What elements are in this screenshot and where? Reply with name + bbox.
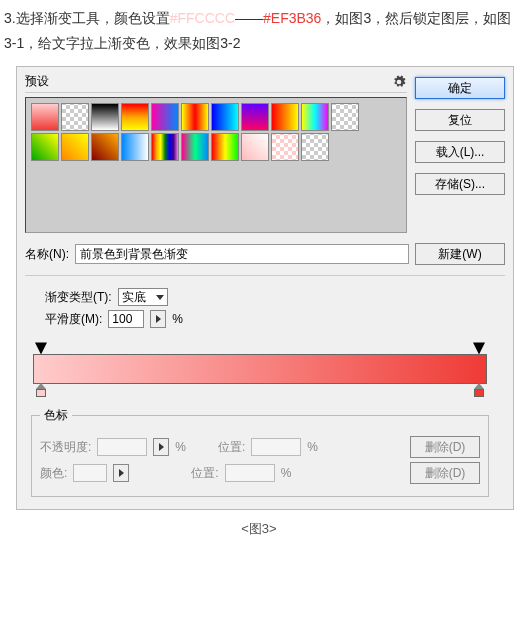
gradient-bar[interactable] xyxy=(33,354,487,384)
color-position-input xyxy=(225,464,275,482)
preset-swatch[interactable] xyxy=(31,103,59,131)
preset-swatch[interactable] xyxy=(301,133,329,161)
tutorial-instructions: 3.选择渐变工具，颜色设置#FFCCCC——#EF3B36，如图3，然后锁定图层… xyxy=(0,0,518,66)
gradient-type-label: 渐变类型(T): xyxy=(45,289,112,306)
reset-button[interactable]: 复位 xyxy=(415,109,505,131)
chevron-down-icon xyxy=(156,295,164,300)
position-label: 位置: xyxy=(218,439,245,456)
color-stop-left[interactable] xyxy=(35,383,47,397)
dialog-buttons: 确定 复位 载入(L)... 存储(S)... xyxy=(415,77,505,195)
preset-swatch[interactable] xyxy=(271,133,299,161)
opacity-label: 不透明度: xyxy=(40,439,91,456)
preset-swatch[interactable] xyxy=(181,133,209,161)
stops-legend: 色标 xyxy=(40,407,72,424)
step-number: 3. xyxy=(4,10,16,26)
opacity-position-input xyxy=(251,438,301,456)
hex-color-1: #FFCCCC xyxy=(170,10,235,26)
preset-swatch[interactable] xyxy=(151,103,179,131)
color-label: 颜色: xyxy=(40,465,67,482)
preset-swatch[interactable] xyxy=(241,133,269,161)
save-button[interactable]: 存储(S)... xyxy=(415,173,505,195)
name-label: 名称(N): xyxy=(25,246,69,263)
name-input[interactable] xyxy=(75,244,409,264)
preset-swatch[interactable] xyxy=(91,133,119,161)
presets-section: 预设 xyxy=(25,73,407,233)
color-swatch-input xyxy=(73,464,107,482)
smoothness-label: 平滑度(M): xyxy=(45,311,102,328)
preset-swatch[interactable] xyxy=(181,103,209,131)
opacity-input xyxy=(97,438,147,456)
preset-swatch[interactable] xyxy=(211,103,239,131)
figure-caption: <图3> xyxy=(0,520,518,538)
opacity-stepper xyxy=(153,438,169,456)
opacity-stop-left[interactable] xyxy=(35,342,47,354)
preset-swatch[interactable] xyxy=(301,103,329,131)
triangle-right-icon xyxy=(159,443,164,451)
gradient-type-select[interactable]: 实底 xyxy=(118,288,168,306)
color-stops-fieldset: 色标 不透明度: % 位置: % 删除(D) 颜色: 位置: % xyxy=(31,407,489,497)
preset-swatch[interactable] xyxy=(31,133,59,161)
triangle-right-icon xyxy=(119,469,124,477)
color-stop-right[interactable] xyxy=(473,383,485,397)
preset-swatch[interactable] xyxy=(151,133,179,161)
preset-swatch[interactable] xyxy=(121,133,149,161)
preset-swatch[interactable] xyxy=(211,133,239,161)
preset-swatch[interactable] xyxy=(271,103,299,131)
preset-swatch[interactable] xyxy=(331,103,359,131)
presets-label: 预设 xyxy=(25,73,49,90)
preset-swatch[interactable] xyxy=(61,103,89,131)
position-label: 位置: xyxy=(191,465,218,482)
preset-swatch[interactable] xyxy=(121,103,149,131)
presets-well[interactable] xyxy=(25,97,407,233)
gear-icon[interactable] xyxy=(391,74,407,90)
new-button[interactable]: 新建(W) xyxy=(415,243,505,265)
smoothness-input[interactable]: 100 xyxy=(108,310,144,328)
triangle-right-icon xyxy=(156,315,161,323)
percent-label: % xyxy=(172,312,183,326)
preset-swatch[interactable] xyxy=(61,133,89,161)
preset-swatch[interactable] xyxy=(241,103,269,131)
smoothness-stepper[interactable] xyxy=(150,310,166,328)
opacity-stop-right[interactable] xyxy=(473,342,485,354)
delete-color-stop-button: 删除(D) xyxy=(410,462,480,484)
preset-swatch[interactable] xyxy=(91,103,119,131)
gradient-editor-dialog: 预设 xyxy=(16,66,514,510)
load-button[interactable]: 载入(L)... xyxy=(415,141,505,163)
hex-color-2: #EF3B36 xyxy=(263,10,321,26)
color-stepper xyxy=(113,464,129,482)
delete-opacity-stop-button: 删除(D) xyxy=(410,436,480,458)
ok-button[interactable]: 确定 xyxy=(415,77,505,99)
